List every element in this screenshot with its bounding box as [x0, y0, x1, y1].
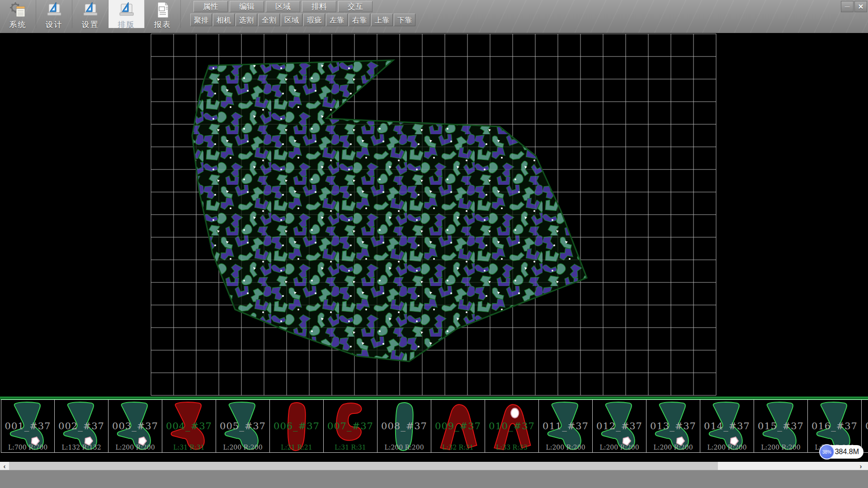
tool-bar: 聚排相机选割全割区域瑕疵左靠右靠上靠下靠: [190, 14, 415, 26]
tab-system[interactable]: 系统: [0, 0, 36, 28]
piece-id: 007_#37: [324, 421, 377, 432]
menu-edit[interactable]: 编辑: [230, 1, 264, 12]
menu-bar: 属性编辑区域排料交互: [193, 1, 373, 12]
piece-lr-count: L:200 R:200: [646, 444, 700, 451]
piece-lr-count: L:32 R:31: [431, 444, 485, 451]
piece-thumbnail[interactable]: 002_#37L:132 R:132: [55, 399, 108, 453]
piece-thumbnail[interactable]: 009_#37L:32 R:31: [431, 399, 485, 453]
piece-id: 010_#37: [485, 421, 538, 432]
main-tab-bar: 系统设计设置排版报表: [0, 0, 181, 28]
report-icon: [154, 1, 172, 19]
piece-thumbnail-list: 001_#37L:700 R:700002_#37L:132 R:132003_…: [1, 399, 868, 453]
piece-lr-count: L:200 R:200: [216, 444, 269, 451]
piece-thumbnail[interactable]: 013_#37L:200 R:200: [646, 399, 700, 453]
tab-report[interactable]: 报表: [145, 0, 181, 28]
status-bar: [0, 470, 868, 488]
nesting-icon: [118, 1, 136, 19]
piece-id: 004_#37: [162, 421, 216, 432]
piece-thumbnail[interactable]: 015_#37L:200 R:200: [754, 399, 808, 453]
piece-thumbnail[interactable]: 010_#37L:33 R:33: [485, 399, 539, 453]
piece-thumbnail[interactable]: 005_#37L:200 R:200: [216, 399, 270, 453]
piece-lr-count: L:21 R:21: [270, 444, 323, 451]
window-controls: ─ ✕: [841, 1, 867, 12]
piece-lr-count: L:31 R:31: [162, 444, 216, 451]
pieces-strip: 001_#37L:700 R:700002_#37L:132 R:132003_…: [0, 397, 868, 462]
scroll-right-arrow-icon[interactable]: ›: [856, 462, 865, 470]
tab-label: 报表: [154, 19, 171, 30]
piece-lr-count: L:200 R:200: [700, 444, 754, 451]
piece-lr-count: L:200 R:200: [108, 444, 162, 451]
piece-thumbnail[interactable]: 001_#37L:700 R:700: [1, 399, 55, 453]
piece-lr-count: L:700 R:700: [1, 444, 54, 451]
piece-id: 017_#37: [862, 421, 868, 432]
minimize-button[interactable]: ─: [841, 1, 854, 12]
piece-id: 014_#37: [700, 421, 754, 432]
piece-id: 013_#37: [646, 421, 700, 432]
tab-design[interactable]: 设计: [36, 0, 72, 28]
piece-id: 012_#37: [593, 421, 646, 432]
piece-lr-count: L:200 R:200: [754, 444, 807, 451]
tool-region[interactable]: 区域: [281, 14, 302, 26]
tool-align-right[interactable]: 右靠: [349, 14, 370, 26]
percent-badge: 38%: [819, 444, 835, 460]
nesting-canvas[interactable]: [0, 33, 868, 397]
piece-lr-count: L:31 R:31: [324, 444, 377, 451]
piece-thumbnail[interactable]: 007_#37L:31 R:31: [324, 399, 377, 453]
system-icon: [9, 1, 27, 19]
tab-label: 设计: [46, 19, 63, 30]
close-button[interactable]: ✕: [854, 1, 867, 12]
piece-thumbnail[interactable]: 006_#37L:21 R:21: [270, 399, 324, 453]
tab-label: 系统: [9, 19, 27, 30]
piece-id: 008_#37: [377, 421, 431, 432]
piece-id: 016_#37: [808, 421, 861, 432]
piece-lr-count: L:200 R:200: [539, 444, 592, 451]
piece-thumbnail[interactable]: 011_#37L:200 R:200: [539, 399, 593, 453]
menu-properties[interactable]: 属性: [193, 1, 228, 12]
percent-value: 38%: [822, 450, 831, 455]
piece-thumbnail[interactable]: 012_#37L:200 R:200: [593, 399, 646, 453]
piece-lr-count: L:33 R:33: [485, 444, 538, 451]
piece-id: 002_#37: [55, 421, 108, 432]
tool-camera[interactable]: 相机: [213, 14, 235, 26]
piece-id: 003_#37: [108, 421, 162, 432]
horizontal-scrollbar[interactable]: ‹ ›: [0, 462, 868, 470]
piece-id: 001_#37: [1, 421, 54, 432]
piece-thumbnail[interactable]: 003_#37L:200 R:200: [108, 399, 162, 453]
tab-label: 设置: [82, 19, 99, 30]
piece-id: 009_#37: [431, 421, 485, 432]
tool-cut-selected[interactable]: 选割: [236, 14, 257, 26]
tab-nesting[interactable]: 排版: [108, 0, 145, 28]
settings-icon: [81, 1, 99, 19]
menu-region[interactable]: 区域: [266, 1, 300, 12]
tool-align-top[interactable]: 上靠: [371, 14, 393, 26]
tab-settings[interactable]: 设置: [72, 0, 108, 28]
canvas-svg: [0, 33, 868, 397]
scrollbar-thumb[interactable]: [9, 462, 718, 470]
piece-id: 015_#37: [754, 421, 807, 432]
piece-thumbnail[interactable]: 008_#37L:200 R:200: [377, 399, 431, 453]
menu-nest[interactable]: 排料: [302, 1, 336, 12]
memory-badge[interactable]: 384.8M 38%: [819, 444, 868, 460]
piece-id: 006_#37: [270, 421, 323, 432]
tab-label: 排版: [118, 19, 135, 30]
design-icon: [45, 1, 63, 19]
tool-align-bottom[interactable]: 下靠: [394, 14, 415, 26]
menu-interact[interactable]: 交互: [338, 1, 373, 12]
piece-lr-count: L:200 R:200: [377, 444, 431, 451]
tool-cluster-nest[interactable]: 聚排: [190, 14, 212, 26]
piece-lr-count: L:200 R:200: [593, 444, 646, 451]
piece-thumbnail[interactable]: 004_#37L:31 R:31: [162, 399, 216, 453]
tool-align-left[interactable]: 左靠: [326, 14, 348, 26]
piece-lr-count: L:132 R:132: [55, 444, 108, 451]
scroll-left-arrow-icon[interactable]: ‹: [0, 462, 9, 470]
piece-id: 005_#37: [216, 421, 269, 432]
tool-defect[interactable]: 瑕疵: [303, 14, 325, 26]
piece-thumbnail[interactable]: 014_#37L:200 R:200: [700, 399, 754, 453]
piece-id: 011_#37: [539, 421, 592, 432]
tool-cut-all[interactable]: 全割: [258, 14, 280, 26]
toolbar: 系统设计设置排版报表 属性编辑区域排料交互 聚排相机选割全割区域瑕疵左靠右靠上靠…: [0, 0, 868, 33]
